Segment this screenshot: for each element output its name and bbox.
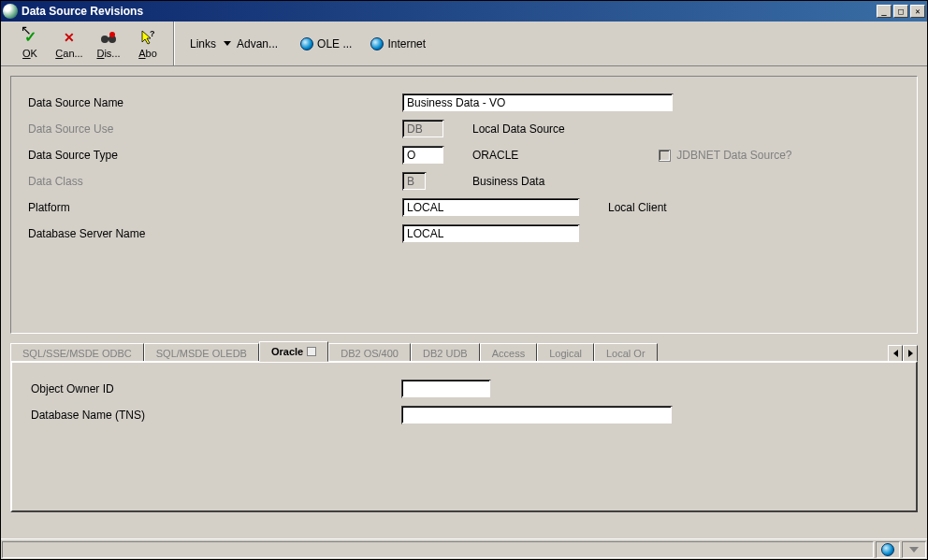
arrow-right-icon [908,350,913,357]
globe-icon [370,37,384,50]
titlebar: Data Source Revisions _ □ ✕ [1,1,927,22]
dbserver-field[interactable] [402,224,580,243]
svg-rect-2 [107,37,110,40]
binoculars-icon [100,29,117,46]
internet-link[interactable]: Internet [361,37,435,50]
platform-label: Platform [28,201,402,214]
globe-icon [881,543,894,556]
dsuse-label: Data Source Use [28,122,402,136]
x-icon: ✕ [61,29,78,46]
dbname-label: Database Name (TNS) [31,409,401,422]
tab-scroll-right-button[interactable] [903,345,918,362]
tab-sql-sse-msde-odbc[interactable]: SQL/SSE/MSDE ODBC [10,343,144,362]
tab-access[interactable]: Access [480,343,537,362]
status-net-icon-cell [876,541,900,558]
tab-logical[interactable]: Logical [537,343,594,362]
dataclass-label: Data Class [28,175,402,188]
window-title: Data Source Revisions [22,5,877,18]
form-panel: Data Source Name Data Source Use Local D… [10,76,918,334]
dbname-field[interactable] [401,406,673,424]
owner-label: Object Owner ID [31,382,401,395]
tab-oracle[interactable]: Oracle [259,341,328,362]
toolbar: ✓ OK ✕ Can... Dis... ? Abo Links [1,22,927,66]
status-bar [1,538,927,559]
ok-button[interactable]: ✓ OK [10,24,50,64]
globe-icon [300,37,313,50]
svg-point-3 [109,32,115,37]
cursor-help-icon: ? [139,29,156,46]
status-cell-main [2,541,874,558]
close-button[interactable]: ✕ [910,5,925,18]
ole-link[interactable]: OLE ... [291,37,361,50]
maximize-button[interactable]: □ [893,5,908,18]
platform-field[interactable] [402,198,580,217]
dsuse-field [402,120,444,138]
cancel-button[interactable]: ✕ Can... [50,24,89,64]
tab-scroll-left-button[interactable] [888,345,903,362]
advanced-link[interactable]: Advan... [237,37,291,50]
platform-desc: Local Client [608,201,667,214]
dstype-label: Data Source Type [28,149,402,162]
dataclass-desc: Business Data [472,175,544,188]
tab-marker-icon [307,347,316,356]
triangle-down-icon [909,547,919,553]
tab-db2-os400[interactable]: DB2 OS/400 [328,343,411,362]
svg-text:?: ? [150,29,155,38]
dsname-field[interactable] [402,93,674,112]
tab-db2-udb[interactable]: DB2 UDB [411,343,480,362]
tab-local-or[interactable]: Local Or [594,343,658,362]
display-button[interactable]: Dis... [89,24,128,64]
window: Data Source Revisions _ □ ✕ ↖ ✓ OK ✕ Can… [0,0,928,560]
dataclass-field [402,172,427,191]
tab-panel-oracle: Object Owner ID Database Name (TNS) [10,361,918,512]
minimize-button[interactable]: _ [877,5,892,18]
checkbox-icon [659,150,671,162]
dsuse-desc: Local Data Source [472,122,565,136]
status-indicator-cell [902,541,926,558]
jdbnet-checkbox: JDBNET Data Source? [659,149,791,162]
dstype-field[interactable] [402,146,444,165]
tab-strip: SQL/SSE/MSDE ODBC SQL/MSDE OLEDB Oracle … [10,341,918,362]
dstype-desc: ORACLE [472,149,518,162]
system-menu-icon[interactable] [3,4,18,19]
about-button[interactable]: ? Abo [128,24,167,64]
tab-sql-msde-oledb[interactable]: SQL/MSDE OLEDB [144,343,259,362]
dsname-label: Data Source Name [28,96,402,109]
owner-field[interactable] [401,380,491,398]
checkmark-icon: ✓ [22,29,38,46]
dbserver-label: Database Server Name [28,227,402,240]
dropdown-arrow-icon[interactable] [224,41,231,46]
links-label: Links [181,37,222,50]
arrow-left-icon [893,350,898,357]
content-area: Data Source Name Data Source Use Local D… [1,66,927,538]
